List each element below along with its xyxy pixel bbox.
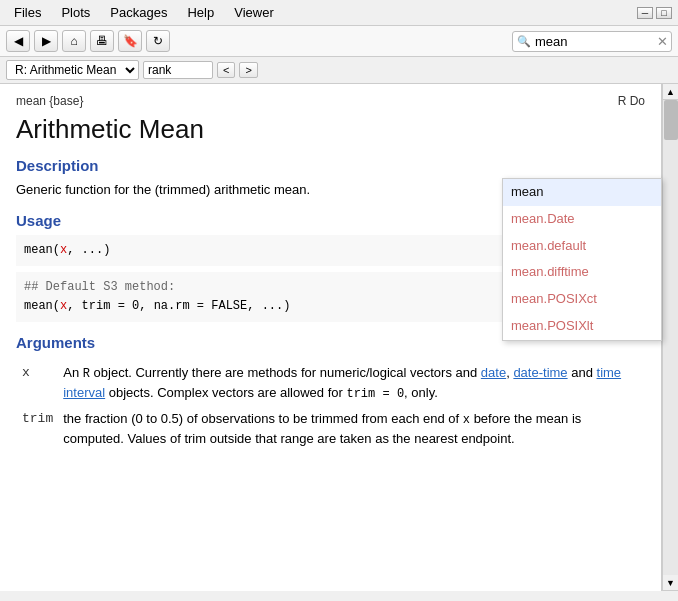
page-select[interactable]: R: Arithmetic Mean	[6, 60, 139, 80]
autocomplete-item-mean-posixct[interactable]: mean.POSIXct	[503, 286, 661, 313]
autocomplete-item-mean-posixlt[interactable]: mean.POSIXlt	[503, 313, 661, 340]
scroll-down-button[interactable]: ▼	[663, 575, 679, 591]
arg-row-trim: trim the fraction (0 to 0.5) of observat…	[18, 407, 643, 451]
forward-button[interactable]: ▶	[34, 30, 58, 52]
scroll-up-button[interactable]: ▲	[663, 84, 679, 100]
main-area: mean {base} R Do Arithmetic Mean Descrip…	[0, 84, 678, 591]
doc-header: mean {base} R Do	[16, 94, 645, 108]
window-controls: ─ □	[637, 7, 672, 19]
home-button[interactable]: ⌂	[62, 30, 86, 52]
arguments-table: x An R object. Currently there are metho…	[16, 359, 645, 453]
arg-desc-trim: the fraction (0 to 0.5) of observations …	[59, 407, 643, 451]
toolbar: ◀ ▶ ⌂ 🖶 🔖 ↻ 🔍 ✕	[0, 26, 678, 57]
doc-header-left: mean {base}	[16, 94, 83, 108]
autocomplete-item-mean[interactable]: mean	[503, 179, 661, 206]
refresh-button[interactable]: ↻	[146, 30, 170, 52]
arg-name-x: x	[18, 361, 57, 405]
code-comment: ## Default S3 method:	[24, 280, 175, 294]
link-datetime[interactable]: date-time	[513, 365, 567, 380]
search-area: 🔍 ✕	[512, 31, 672, 52]
autocomplete-item-mean-difftime[interactable]: mean.difftime	[503, 259, 661, 286]
search-icon: 🔍	[517, 35, 531, 48]
autocomplete-item-mean-default[interactable]: mean.default	[503, 233, 661, 260]
search-input[interactable]	[512, 31, 672, 52]
scroll-track[interactable]	[663, 100, 678, 575]
menu-plots[interactable]: Plots	[53, 3, 98, 22]
prev-arrow-button[interactable]: <	[217, 62, 235, 78]
print-button[interactable]: 🖶	[90, 30, 114, 52]
description-heading: Description	[16, 157, 645, 174]
arg-desc-x: An R object. Currently there are methods…	[59, 361, 643, 405]
autocomplete-dropdown: mean mean.Date mean.default mean.difftim…	[502, 178, 662, 341]
search-clear-button[interactable]: ✕	[657, 34, 668, 49]
autocomplete-item-mean-date[interactable]: mean.Date	[503, 206, 661, 233]
address-bar: R: Arithmetic Mean < >	[0, 57, 678, 84]
scrollbar: ▲ ▼	[662, 84, 678, 591]
arg-name-trim: trim	[18, 407, 57, 451]
rank-input[interactable]	[143, 61, 213, 79]
code-line-1: mean(x, ...)	[24, 243, 110, 257]
menu-files[interactable]: Files	[6, 3, 49, 22]
back-button[interactable]: ◀	[6, 30, 30, 52]
arg-row-x: x An R object. Currently there are metho…	[18, 361, 643, 405]
scroll-thumb[interactable]	[664, 100, 678, 140]
menu-help[interactable]: Help	[179, 3, 222, 22]
menu-packages[interactable]: Packages	[102, 3, 175, 22]
code-line-2: mean(x, trim = 0, na.rm = FALSE, ...)	[24, 299, 290, 313]
minimize-button[interactable]: ─	[637, 7, 653, 19]
bookmark-button[interactable]: 🔖	[118, 30, 142, 52]
maximize-button[interactable]: □	[656, 7, 672, 19]
link-date[interactable]: date	[481, 365, 506, 380]
menu-bar: Files Plots Packages Help Viewer ─ □	[0, 0, 678, 26]
doc-header-right: R Do	[618, 94, 645, 108]
page-title-display: Arithmetic Mean	[16, 114, 645, 145]
next-arrow-button[interactable]: >	[239, 62, 257, 78]
menu-viewer[interactable]: Viewer	[226, 3, 282, 22]
